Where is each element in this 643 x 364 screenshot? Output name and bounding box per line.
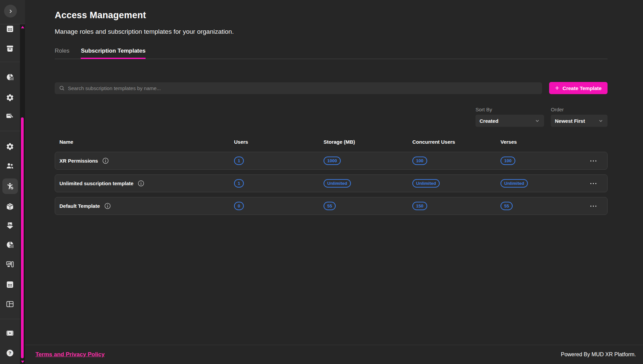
table-body: XR Permissions 1 1000 100 100 Unlimited …: [55, 152, 608, 220]
tab-roles[interactable]: Roles: [55, 48, 69, 59]
tab-subscription-templates[interactable]: Subscription Templates: [81, 48, 145, 59]
column-users: Users: [234, 139, 324, 145]
archive-icon: [6, 44, 14, 53]
search-input[interactable]: [68, 85, 538, 91]
scrollbar-thumb[interactable]: [21, 117, 24, 358]
sidebar-divider: [0, 131, 20, 131]
toolbar: + Create Template: [55, 82, 608, 94]
sidebar-item-packages[interactable]: [1, 200, 19, 213]
concurrent-users-badge: 100: [412, 157, 427, 165]
template-name: Default Template: [59, 203, 100, 209]
table-row: XR Permissions 1 1000 100 100: [55, 152, 608, 170]
table-row: Default Template 0 55 150 55: [55, 197, 608, 215]
filters: Sort By Created Order Newest First: [55, 107, 608, 127]
verses-badge: 100: [500, 157, 515, 165]
create-template-label: Create Template: [563, 85, 602, 91]
person-check-icon: [6, 182, 15, 191]
powered-by-text: Powered By MUD XR Platform.: [561, 352, 636, 358]
gear-icon: [6, 93, 14, 102]
card-edit-icon: [6, 112, 14, 120]
chevron-down-icon: [598, 118, 603, 123]
concurrent-users-badge: 150: [412, 202, 427, 210]
sidebar-header: [0, 0, 25, 24]
sidebar-item-org-settings[interactable]: [1, 140, 19, 153]
template-name: XR Permissions: [59, 158, 98, 164]
order-group: Order Newest First: [551, 107, 608, 127]
pie-chart-icon: [6, 73, 14, 81]
sidebar-item-schedule[interactable]: [1, 278, 19, 291]
create-template-button[interactable]: + Create Template: [549, 82, 608, 94]
sort-by-group: Sort By Created: [475, 107, 544, 127]
main-area: Access Management Manage roles and subsc…: [25, 0, 643, 364]
sidebar-expand-button[interactable]: [4, 5, 17, 18]
package-icon: [6, 202, 14, 211]
scroll-up-arrow[interactable]: [21, 26, 24, 28]
sidebar-item-analytics[interactable]: [1, 70, 19, 84]
info-icon[interactable]: [138, 180, 144, 187]
sidebar-item-assets[interactable]: [1, 219, 19, 232]
users-icon: [6, 162, 14, 170]
sort-by-select[interactable]: Created: [475, 115, 544, 127]
sort-by-label: Sort By: [475, 107, 544, 112]
info-icon[interactable]: [102, 158, 109, 164]
footer: Terms and Privacy Policy Powered By MUD …: [25, 345, 643, 364]
sidebar: ?: [0, 0, 25, 364]
sidebar-item-devices[interactable]: [1, 257, 19, 271]
users-badge: 1: [234, 179, 244, 188]
row-menu-icon[interactable]: [588, 158, 598, 164]
template-name: Unlimited suscription template: [59, 180, 133, 186]
sidebar-item-users[interactable]: [1, 159, 19, 172]
sidebar-item-access-management[interactable]: [2, 178, 18, 194]
svg-text:?: ?: [8, 351, 11, 356]
column-storage: Storage (MB): [324, 139, 412, 145]
sidebar-item-settings[interactable]: [1, 91, 19, 104]
layout-icon: [6, 300, 14, 308]
column-name: Name: [59, 139, 234, 145]
search-box: [55, 82, 542, 94]
page-subtitle: Manage roles and subscription templates …: [55, 28, 608, 35]
sidebar-item-reports[interactable]: [1, 238, 19, 251]
pie-chart-icon: [6, 241, 14, 249]
video-icon: [6, 329, 14, 337]
sidebar-item-archive[interactable]: [1, 41, 19, 55]
page-title: Access Management: [55, 10, 608, 21]
column-verses: Verses: [500, 139, 589, 145]
help-icon: ?: [6, 349, 14, 357]
scroll-down-arrow[interactable]: [21, 361, 24, 363]
sidebar-item-layout[interactable]: [1, 297, 19, 311]
table-row: Unlimited suscription template 1 Unlimit…: [55, 174, 608, 192]
sidebar-divider: [0, 62, 20, 62]
storage-badge: Unlimited: [324, 179, 351, 188]
search-icon: [59, 85, 65, 91]
table-header: Name Users Storage (MB) Concurrent Users…: [55, 139, 608, 145]
order-value: Newest First: [555, 118, 585, 124]
row-menu-icon[interactable]: [588, 180, 598, 187]
devices-icon: [6, 260, 14, 269]
column-concurrent-users: Concurrent Users: [412, 139, 500, 145]
sidebar-divider: [0, 319, 20, 319]
plus-icon: +: [555, 84, 559, 91]
verses-badge: 55: [500, 202, 513, 210]
sidebar-item-help[interactable]: ?: [1, 346, 19, 360]
calendar-icon: [6, 25, 14, 33]
verses-badge: Unlimited: [500, 179, 528, 188]
info-icon[interactable]: [104, 203, 111, 209]
sidebar-scrollbar[interactable]: [20, 24, 25, 364]
chevron-right-icon: [8, 8, 14, 14]
concurrent-users-badge: Unlimited: [412, 179, 440, 188]
terms-privacy-link[interactable]: Terms and Privacy Policy: [35, 351, 105, 358]
asset-box-icon: [6, 221, 14, 230]
sort-by-value: Created: [480, 118, 498, 124]
order-label: Order: [551, 107, 608, 112]
chevron-down-icon: [535, 118, 540, 123]
storage-badge: 1000: [324, 157, 341, 165]
storage-badge: 55: [324, 202, 336, 210]
users-badge: 1: [234, 157, 244, 165]
content: Access Management Manage roles and subsc…: [25, 0, 643, 345]
sidebar-item-media[interactable]: [1, 326, 19, 340]
sidebar-item-subscriptions[interactable]: [1, 109, 19, 122]
order-select[interactable]: Newest First: [551, 115, 608, 127]
users-badge: 0: [234, 202, 244, 210]
gear-icon: [6, 142, 14, 151]
row-menu-icon[interactable]: [588, 203, 598, 209]
